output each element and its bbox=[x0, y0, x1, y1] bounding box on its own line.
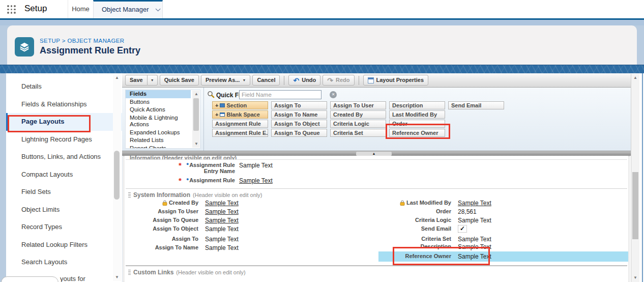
category-scroll-thumb[interactable] bbox=[193, 98, 199, 131]
field-label-created-by: Created By bbox=[134, 200, 198, 206]
section-drag-handle-icon bbox=[128, 192, 131, 198]
scroll-up-icon[interactable]: ▲ bbox=[113, 74, 121, 81]
browser-scrollbar[interactable] bbox=[642, 73, 643, 282]
sidebar-item-record-types[interactable]: Record Types bbox=[6, 218, 122, 236]
field-value-link: Sample Text bbox=[205, 200, 239, 207]
palette-item-assign-to-user[interactable]: Assign To User bbox=[330, 101, 386, 109]
search-icon bbox=[207, 91, 215, 98]
quick-find-input[interactable] bbox=[239, 90, 321, 99]
undo-button[interactable]: ↶Undo bbox=[288, 75, 320, 86]
scroll-down-icon[interactable]: ▼ bbox=[113, 274, 121, 281]
palette-item-created-by[interactable]: Created By bbox=[330, 110, 386, 119]
collapse-handle[interactable]: ▲ bbox=[356, 152, 392, 156]
category-expanded-lookups[interactable]: Expanded Lookups bbox=[126, 129, 191, 137]
scroll-down-icon[interactable]: ▼ bbox=[631, 274, 639, 281]
sidebar-item-fields-relationships[interactable]: Fields & Relationships bbox=[6, 96, 122, 114]
field-value-link: Sample Text bbox=[239, 177, 273, 184]
clipped-section-header: Information (Header visible on edit only… bbox=[126, 156, 627, 160]
palette-item-assign-to-queue[interactable]: Assign To Queue bbox=[271, 129, 327, 137]
global-header: Setup Home Object Manager bbox=[0, 0, 644, 20]
sidebar-item-buttons-links-actions[interactable]: Buttons, Links, and Actions bbox=[6, 148, 122, 166]
layout-properties-icon bbox=[368, 77, 374, 83]
palette-item-description[interactable]: Description bbox=[389, 101, 445, 109]
tab-object-manager[interactable]: Object Manager bbox=[93, 0, 163, 18]
category-mobile-lightning-actions[interactable]: Mobile & Lightning Actions bbox=[126, 114, 191, 129]
category-scrollbar[interactable]: ▲ ▼ bbox=[192, 91, 199, 148]
palette-item-reference-owner[interactable]: Reference Owner bbox=[389, 129, 445, 137]
palette-item-assign-to-object[interactable]: Assign To Object bbox=[271, 120, 327, 128]
clear-search-icon[interactable]: ✕ bbox=[330, 91, 337, 98]
sidebar-item-search-layouts[interactable]: Search Layouts bbox=[6, 253, 122, 271]
object-icon bbox=[15, 37, 34, 57]
palette-item-assign-to[interactable]: Assign To bbox=[271, 101, 327, 109]
field-value-checkbox: ✓ bbox=[458, 225, 467, 233]
palette-item-label: Blank Space bbox=[226, 111, 259, 118]
palette-item-last-modified-by[interactable]: Last Modified By bbox=[389, 110, 445, 119]
sidebar-item-field-sets[interactable]: Field Sets bbox=[6, 183, 122, 201]
palette-item-send-email[interactable]: Send Email bbox=[448, 101, 504, 109]
cancel-button[interactable]: Cancel bbox=[252, 75, 280, 86]
category-report-charts[interactable]: Report Charts bbox=[126, 145, 191, 149]
field-value: Sample Text bbox=[458, 217, 491, 224]
undo-icon: ↶ bbox=[293, 77, 299, 84]
breadcrumb[interactable]: SETUP > OBJECT MANAGER bbox=[40, 38, 125, 44]
field-value: Sample Text bbox=[458, 253, 491, 260]
field-value: Sample Text bbox=[205, 244, 239, 251]
toolbar-separator bbox=[359, 76, 359, 85]
blank-space-icon bbox=[220, 112, 225, 117]
sidebar-item-related-lookup-filters[interactable]: Related Lookup Filters bbox=[6, 236, 122, 254]
field-label-last-modified-by: Last Modified By bbox=[387, 200, 451, 206]
sidebar-scrollbar[interactable]: ▲ ▼ bbox=[113, 74, 121, 281]
palette-item-criteria-logic[interactable]: Criteria Logic bbox=[330, 120, 386, 128]
sidebar-item-object-limits[interactable]: Object Limits bbox=[6, 201, 122, 219]
editor-toolbar: Save ▼ Quick Save Preview As...▼ Cancel … bbox=[122, 73, 631, 88]
editor-scroll-thumb[interactable] bbox=[632, 172, 638, 239]
palette-item-assignment-rule-entry[interactable]: Assignment Rule E... bbox=[212, 129, 268, 137]
field-label-reference-owner: Reference Owner bbox=[387, 253, 451, 259]
section-drag-handle-icon bbox=[128, 270, 131, 275]
palette-item-assign-to-name[interactable]: Assign To Name bbox=[271, 110, 327, 119]
layers-icon bbox=[19, 41, 30, 52]
scroll-up-icon[interactable]: ▲ bbox=[631, 74, 639, 81]
category-quick-actions[interactable]: Quick Actions bbox=[126, 106, 191, 114]
layout-properties-button[interactable]: Layout Properties bbox=[363, 75, 429, 86]
field-label: Assignment Rule bbox=[188, 177, 235, 183]
save-button[interactable]: Save bbox=[125, 75, 148, 86]
sidebar-scroll-thumb[interactable] bbox=[114, 151, 120, 200]
section-icon bbox=[220, 103, 225, 107]
save-dropdown-button[interactable]: ▼ bbox=[148, 75, 158, 86]
palette-item-label: Section bbox=[226, 102, 247, 109]
app-launcher-icon[interactable] bbox=[7, 5, 16, 14]
section-title: System Information bbox=[133, 191, 190, 199]
section-header-system-information: System Information (Header visible on ed… bbox=[126, 188, 627, 199]
palette-item-order[interactable]: Order bbox=[389, 120, 445, 128]
redo-icon: ↷ bbox=[327, 77, 333, 84]
sidebar-item-page-layouts[interactable]: Page Layouts bbox=[6, 113, 122, 131]
tab-home[interactable]: Home bbox=[68, 0, 93, 18]
sidebar-item-lightning-record-pages[interactable]: Lightning Record Pages bbox=[6, 131, 122, 149]
section-note: (Header visible on edit only) bbox=[193, 192, 262, 198]
chevron-down-icon bbox=[155, 6, 160, 11]
lock-icon bbox=[162, 200, 167, 206]
quick-save-button[interactable]: Quick Save bbox=[160, 75, 199, 86]
preview-as-button[interactable]: Preview As...▼ bbox=[201, 75, 250, 86]
sidebar-item-compact-layouts[interactable]: Compact Layouts bbox=[6, 166, 122, 184]
editor-scrollbar[interactable]: ▲ ▼ bbox=[631, 74, 639, 282]
sidebar-item-partial[interactable]: youts for bbox=[60, 275, 85, 282]
page-title: Assignment Rule Entry bbox=[40, 45, 140, 56]
palette-item-assignment-rule[interactable]: Assignment Rule bbox=[212, 120, 268, 128]
field-value: Sample Text bbox=[205, 225, 239, 233]
toolbar-separator bbox=[284, 76, 284, 85]
palette-item-blank-space[interactable]: +Blank Space bbox=[212, 110, 268, 119]
category-buttons[interactable]: Buttons bbox=[126, 98, 191, 106]
plus-icon: + bbox=[215, 111, 218, 118]
scroll-up-icon[interactable]: ▲ bbox=[192, 91, 200, 98]
redo-button[interactable]: ↷Redo bbox=[323, 75, 354, 86]
category-fields[interactable]: Fields bbox=[126, 90, 191, 98]
redo-label: Redo bbox=[336, 75, 350, 85]
category-related-lists[interactable]: Related Lists bbox=[126, 136, 191, 145]
palette-item-criteria-set[interactable]: Criteria Set bbox=[330, 129, 386, 137]
scroll-down-icon[interactable]: ▼ bbox=[192, 140, 200, 148]
palette-item-section[interactable]: +Section bbox=[212, 101, 268, 109]
sidebar-item-details[interactable]: Details bbox=[6, 78, 122, 96]
